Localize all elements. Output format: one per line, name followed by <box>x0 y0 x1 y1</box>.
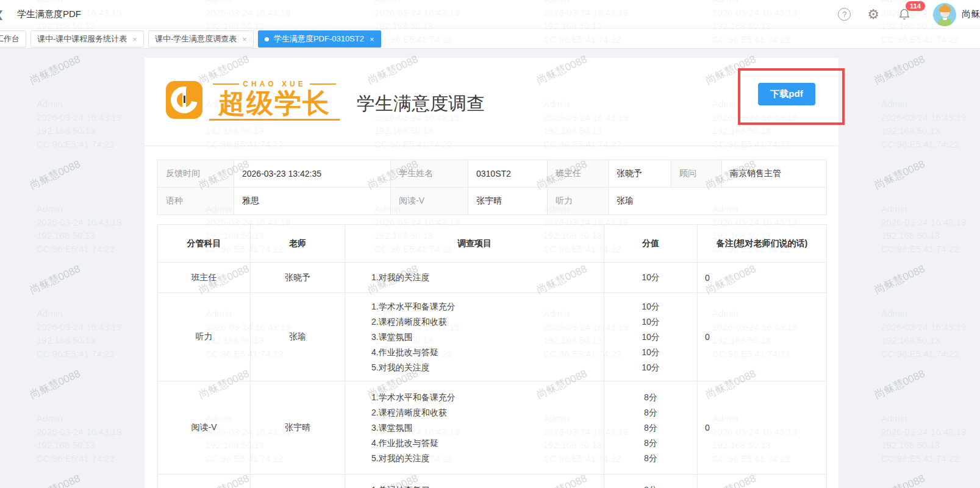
tab-label: 课中-学生满意度调查表 <box>155 34 237 44</box>
watermark-info-line: Admin <box>881 308 907 319</box>
watermark-info-line: Admin <box>881 203 907 214</box>
avatar-art <box>943 18 947 20</box>
survey-scores: 10分 <box>604 263 698 293</box>
info-label: 阅读-V <box>391 188 468 215</box>
survey-item: 2.课程清晰度和收获 <box>371 314 604 330</box>
watermark-info-line: 2026-03-24 16:43:19 <box>881 322 966 332</box>
watermark-info-line: 2026-03-24 16:43:19 <box>881 217 966 227</box>
survey-score: 10分 <box>604 345 697 360</box>
survey-items: 1.单词抽查复习 <box>345 475 604 488</box>
back-icon[interactable]: ❮ <box>0 9 4 20</box>
survey-column-header: 分管科目 <box>158 225 251 263</box>
survey-items: 1.学术水平和备课充分2.课程清晰度和收获3.课堂氛围4.作业批改与答疑5.对我… <box>345 293 604 381</box>
watermark-info-line: 2026-03-24 16:43:19 <box>37 322 121 332</box>
survey-score: 10分 <box>604 360 697 375</box>
tab-3[interactable]: 学生满意度PDF-0310ST2× <box>258 30 381 48</box>
survey-row: 听力张瑜1.学术水平和备课充分2.课程清晰度和收获3.课堂氛围4.作业批改与答疑… <box>158 293 827 381</box>
watermark-info-line: 192.168.50.13 <box>881 440 940 450</box>
survey-column-header: 备注(想对老师们说的话) <box>698 225 827 263</box>
watermark-info-line: Admin <box>37 99 63 109</box>
survey-item: 4.作业批改与答疑 <box>371 436 604 451</box>
survey-teacher: 张晓予 <box>251 263 345 293</box>
survey-score-lines: 8分 <box>604 475 697 488</box>
survey-scores: 8分 <box>604 475 698 488</box>
watermark-info-line: 2026-03-24 16:43:19 <box>37 112 121 122</box>
watermark-info-line: CC:96:E5:41:74:22 <box>37 453 115 464</box>
survey-score: 8分 <box>604 420 697 436</box>
survey-score-lines: 8分8分8分8分8分 <box>604 390 697 466</box>
user-avatar[interactable] <box>933 3 956 26</box>
tab-close-icon[interactable]: × <box>370 35 374 43</box>
download-pdf-button[interactable]: 下载pdf <box>758 83 815 105</box>
survey-note <box>698 475 827 488</box>
watermark-text: 尚稣慧0088 <box>872 472 927 488</box>
survey-score: 10分 <box>604 330 697 345</box>
header-actions: ? ⚙ 114 尚稣 <box>838 0 980 29</box>
tab-close-icon[interactable]: × <box>242 35 247 43</box>
info-table: 反馈时间2026-03-23 13:42:35学生姓名0310ST2班主任张晓予… <box>157 160 827 215</box>
watermark-info-line: CC:96:E5:41:74:22 <box>37 139 115 149</box>
survey-item-lines: 1.学术水平和备课充分2.课程清晰度和收获3.课堂氛围4.作业批改与答疑5.对我… <box>345 299 604 375</box>
tab-close-icon[interactable]: × <box>132 35 137 43</box>
survey-score: 10分 <box>604 314 697 330</box>
info-label: 学生姓名 <box>391 160 468 188</box>
tab-2[interactable]: 课中-学生满意度调查表× <box>148 30 254 48</box>
tab-1[interactable]: 课中-课中课程服务统计表× <box>30 30 144 48</box>
survey-row: 1.单词抽查复习8分 <box>158 475 827 488</box>
watermark-info-line: 2026-03-24 16:43:19 <box>37 217 121 227</box>
survey-item-lines: 1.对我的关注度 <box>345 270 604 285</box>
info-row: 语种雅思阅读-V张宇晴听力张瑜 <box>158 188 827 215</box>
survey-score-lines: 10分 <box>604 270 697 285</box>
survey-header-row: 分管科目老师调查项目分值备注(想对老师们说的话) <box>158 225 827 263</box>
survey-score: 8分 <box>604 390 697 405</box>
survey-item: 1.对我的关注度 <box>371 270 604 285</box>
watermark-text: 尚稣慧0088 <box>27 157 82 193</box>
survey-column-header: 调查项目 <box>345 225 604 263</box>
info-label: 语种 <box>158 188 234 215</box>
settings-gear-icon[interactable]: ⚙ <box>867 8 879 21</box>
survey-teacher: 张瑜 <box>251 293 345 381</box>
survey-item: 4.作业批改与答疑 <box>371 345 604 360</box>
document-title: 学生满意度调查 <box>357 91 485 116</box>
survey-subject <box>158 475 251 488</box>
watermark-info-line: CC:96:E5:41:74:22 <box>881 348 959 359</box>
info-value: 张晓予 <box>609 160 671 188</box>
survey-item-lines: 1.学术水平和备课充分2.课程清晰度和收获3.课堂氛围4.作业批改与答疑5.对我… <box>345 390 604 466</box>
brand-name: 超级学长 <box>209 88 340 118</box>
watermark-info-line: 192.168.50.13 <box>37 126 95 136</box>
watermark-info-line: 192.168.50.13 <box>37 335 95 345</box>
watermark-info-line: Admin <box>37 308 63 319</box>
watermark-info-line: 192.168.50.13 <box>881 230 940 241</box>
survey-note: 0 <box>698 263 827 293</box>
watermark-info-line: Admin <box>881 413 907 423</box>
watermark-info-line: 192.168.50.13 <box>37 440 95 450</box>
watermark-info-line: 2026-03-24 16:43:19 <box>37 426 121 437</box>
survey-item: 5.对我的关注度 <box>371 360 604 375</box>
tab-label: 工作台 <box>0 34 20 44</box>
info-value: 2026-03-23 13:42:35 <box>234 160 391 188</box>
watermark-info-line: 2026-03-24 16:43:19 <box>881 112 966 122</box>
survey-row: 阅读-V张宇晴1.学术水平和备课充分2.课程清晰度和收获3.课堂氛围4.作业批改… <box>158 381 827 475</box>
notification-bell[interactable]: 114 <box>898 7 911 23</box>
info-label: 反馈时间 <box>158 160 234 188</box>
tab-label: 课中-课中课程服务统计表 <box>37 34 127 44</box>
help-icon[interactable]: ? <box>838 8 851 21</box>
survey-item: 3.课堂氛围 <box>371 420 604 436</box>
watermark-info-line: CC:96:E5:41:74:22 <box>881 453 959 464</box>
brand-block: CHAO XUE 超级学长 <box>209 80 340 121</box>
logo-pencil-core <box>184 96 185 103</box>
tab-0[interactable]: 工作台 <box>0 30 26 48</box>
watermark-info-line: CC:96:E5:41:74:22 <box>881 139 959 149</box>
watermark-info-line: Admin <box>37 203 63 214</box>
survey-items: 1.对我的关注度 <box>345 263 604 293</box>
active-tab-dot-icon <box>265 37 269 41</box>
watermark-info-line: 192.168.50.13 <box>881 335 940 345</box>
tab-label: 学生满意度PDF-0310ST2 <box>274 34 364 44</box>
survey-score: 8分 <box>604 405 697 420</box>
watermark-info-line: 2026-03-24 16:43:19 <box>881 426 966 437</box>
survey-teacher: 张宇晴 <box>251 381 345 475</box>
info-value: 0310ST2 <box>468 160 548 188</box>
survey-items: 1.学术水平和备课充分2.课程清晰度和收获3.课堂氛围4.作业批改与答疑5.对我… <box>345 381 604 475</box>
app-header: ❮ 学生满意度PDF ? ⚙ 114 尚稣 <box>0 0 980 29</box>
page-title: 学生满意度PDF <box>17 9 81 20</box>
